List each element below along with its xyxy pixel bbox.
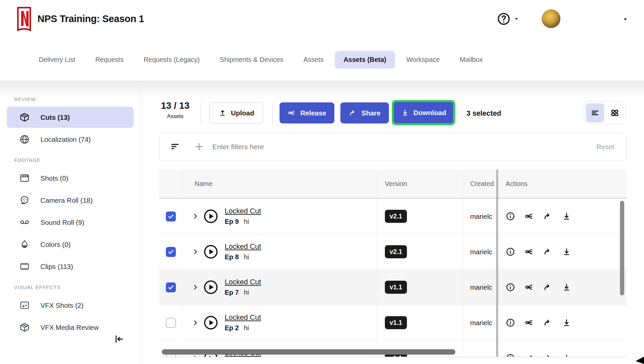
filter-icon[interactable]	[170, 142, 180, 152]
play-icon[interactable]	[203, 244, 219, 260]
info-icon[interactable]	[506, 282, 515, 292]
asset-note: hi	[244, 253, 249, 261]
share-icon[interactable]	[543, 353, 553, 357]
release-icon[interactable]	[524, 247, 534, 257]
share-button[interactable]: Share	[340, 102, 389, 123]
view-toggle	[584, 101, 626, 124]
row-name-cell: Locked Cut Ep 9hi	[183, 199, 377, 234]
grid-view-button[interactable]	[606, 103, 624, 122]
info-icon[interactable]	[506, 318, 515, 328]
version-badge: v1.1	[385, 316, 407, 329]
tab-assets-beta[interactable]: Assets (Beta)	[335, 51, 395, 69]
horizontal-scrollbar[interactable]	[162, 349, 455, 355]
sidebar-item-localization-74[interactable]: Localization (74)	[7, 129, 134, 150]
download-icon[interactable]	[562, 247, 571, 257]
row-checkbox[interactable]	[166, 318, 176, 328]
row-created-cell	[463, 341, 496, 357]
sidebar-item-camera-roll-18[interactable]: Camera Roll (18)	[7, 190, 134, 211]
expand-chevron-icon[interactable]	[192, 213, 199, 220]
list-view-button[interactable]	[586, 103, 604, 122]
play-icon[interactable]	[203, 208, 219, 224]
row-checkbox[interactable]	[166, 211, 176, 221]
help-menu-button[interactable]	[497, 12, 519, 26]
check-icon	[167, 284, 175, 291]
download-icon[interactable]	[562, 318, 571, 328]
sidebar-item-shots-0[interactable]: Shots (0)	[7, 168, 134, 189]
release-button[interactable]: Release	[280, 102, 334, 123]
sidebar-item-cuts-13[interactable]: Cuts (13)	[7, 107, 134, 128]
row-actions-cell	[496, 234, 627, 269]
sidebar-item-clips-113[interactable]: Clips (113)	[7, 256, 134, 277]
tab-label: Mailbox	[460, 56, 483, 63]
row-version-cell: v1.1	[377, 305, 463, 340]
sidebar-item-sound-roll-9[interactable]: Sound Roll (9)	[7, 212, 134, 233]
info-icon[interactable]	[506, 247, 515, 257]
expand-chevron-icon[interactable]	[192, 248, 199, 255]
tab-label: Assets	[303, 56, 323, 63]
asset-name-link[interactable]: Locked Cut	[225, 313, 261, 322]
tab-workspace[interactable]: Workspace	[398, 51, 448, 69]
vertical-scrollbar[interactable]	[620, 201, 624, 295]
account-chevron-down-icon[interactable]	[623, 17, 628, 22]
column-header-name[interactable]: Name	[183, 170, 377, 198]
download-icon	[401, 108, 409, 117]
expand-chevron-icon[interactable]	[192, 284, 199, 291]
tab-requests-legacy[interactable]: Requests (Legacy)	[135, 51, 208, 69]
sidebar-section-title: VISUAL EFFECTS	[14, 284, 140, 290]
tab-mailbox[interactable]: Mailbox	[451, 51, 492, 69]
share-icon[interactable]	[543, 282, 553, 292]
app-header: NPS Training: Season 1	[0, 0, 644, 39]
filter-input[interactable]	[212, 143, 596, 151]
primary-tab-bar: Delivery ListRequestsRequests (Legacy)Sh…	[0, 39, 644, 80]
asset-name-link[interactable]: Locked Cut	[225, 278, 261, 286]
table-row: Locked Cut Ep 8hi v2.1 marielc	[159, 234, 627, 270]
upload-button[interactable]: Upload	[209, 102, 263, 123]
column-header-version[interactable]: Version	[377, 170, 463, 198]
release-icon[interactable]	[524, 353, 534, 357]
sidebar-item-vfx-shots-2[interactable]: VFX Shots (2)	[7, 295, 134, 316]
column-header-created[interactable]: Created	[463, 170, 496, 198]
row-checkbox[interactable]	[166, 247, 176, 257]
row-created-cell: marielc	[463, 234, 496, 269]
info-icon[interactable]	[506, 211, 515, 221]
sidebar-item-colors-0[interactable]: Colors (0)	[7, 234, 134, 255]
release-icon[interactable]	[524, 318, 534, 328]
reset-filters-button[interactable]: Reset	[596, 143, 614, 151]
download-icon[interactable]	[562, 353, 571, 357]
table-row: Locked Cut v1.1	[159, 341, 627, 357]
sidebar-section-title: FOOTAGE	[14, 157, 140, 163]
expand-chevron-icon[interactable]	[192, 319, 199, 326]
share-icon[interactable]	[543, 318, 553, 328]
release-icon[interactable]	[524, 282, 534, 292]
download-icon[interactable]	[562, 282, 571, 292]
expand-chevron-icon[interactable]	[192, 355, 199, 357]
tab-shipments-devices[interactable]: Shipments & Devices	[211, 51, 292, 69]
info-icon[interactable]	[506, 353, 515, 357]
row-version-cell: v1.1	[377, 270, 463, 305]
user-avatar[interactable]	[542, 9, 560, 28]
sidebar-section: VISUAL EFFECTS VFX Shots (2) VFX Media R…	[0, 284, 140, 338]
play-icon[interactable]	[203, 315, 219, 331]
tab-requests[interactable]: Requests	[87, 51, 132, 69]
add-filter-icon[interactable]	[194, 142, 204, 152]
play-icon[interactable]	[203, 279, 219, 295]
row-checkbox[interactable]	[166, 282, 176, 292]
tab-delivery-list[interactable]: Delivery List	[30, 51, 84, 69]
asset-name-link[interactable]: Locked Cut	[225, 207, 261, 215]
share-icon[interactable]	[543, 247, 553, 257]
tab-label: Requests	[95, 56, 124, 63]
collapse-panel-icon[interactable]	[114, 334, 124, 344]
column-resize-handle[interactable]	[496, 170, 498, 357]
tab-assets[interactable]: Assets	[295, 51, 332, 69]
download-button-label: Download	[414, 109, 446, 117]
download-button[interactable]: Download	[394, 102, 453, 123]
release-icon[interactable]	[524, 211, 534, 221]
film-reel-icon	[19, 195, 30, 205]
asset-name-link[interactable]: Locked Cut	[225, 243, 261, 251]
asset-count-value: 13 / 13	[159, 100, 191, 111]
download-icon[interactable]	[562, 211, 571, 221]
version-badge: v2.1	[385, 210, 407, 223]
release-button-label: Release	[300, 109, 326, 117]
row-actions-cell	[496, 199, 627, 234]
share-icon[interactable]	[543, 211, 553, 221]
